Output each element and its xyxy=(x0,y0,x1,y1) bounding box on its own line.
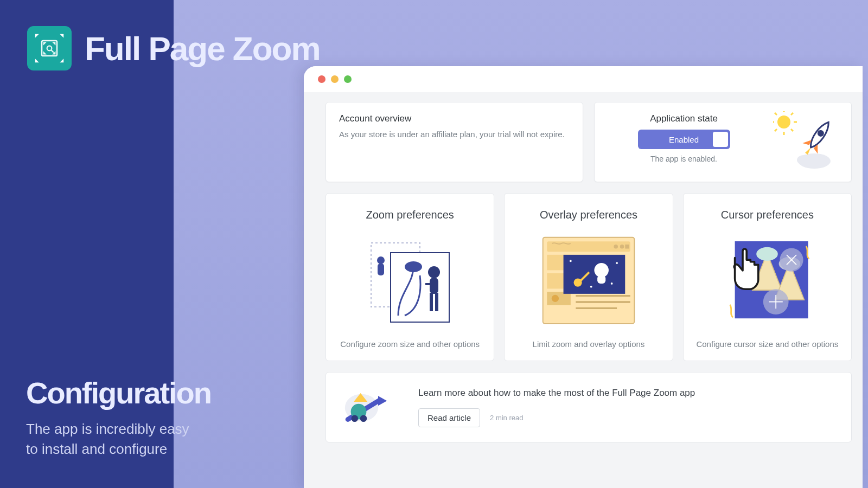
svg-line-20 xyxy=(775,129,777,131)
state-title: Application state xyxy=(650,113,718,124)
account-overview-card: Account overview As your store is under … xyxy=(326,102,583,182)
cursor-pref-subtitle: Configure cursor size and other options xyxy=(696,339,838,349)
svg-point-27 xyxy=(428,266,440,278)
svg-point-37 xyxy=(620,245,624,249)
svg-rect-38 xyxy=(625,245,629,249)
svg-rect-48 xyxy=(597,275,605,284)
state-status: The app is enabled. xyxy=(650,155,717,163)
application-state-card: Application state Enabled The app is ena… xyxy=(594,102,852,182)
minimize-icon[interactable] xyxy=(331,75,339,83)
account-subtitle: As your store is under an affiliate plan… xyxy=(339,130,570,139)
zoom-expand-icon xyxy=(30,29,68,67)
svg-point-68 xyxy=(352,415,359,422)
svg-line-19 xyxy=(791,113,793,115)
zoom-preferences-card[interactable]: Zoom preferences xyxy=(326,193,494,361)
cursor-pref-illustration xyxy=(718,234,816,326)
rocket-launch-icon xyxy=(773,111,838,171)
overlay-pref-subtitle: Limit zoom and overlay options xyxy=(533,339,645,349)
svg-point-22 xyxy=(797,155,810,165)
maximize-icon[interactable] xyxy=(344,75,352,83)
svg-point-12 xyxy=(777,115,790,129)
svg-rect-31 xyxy=(425,283,431,285)
learn-title: Learn more about how to make the most of… xyxy=(418,388,838,399)
svg-marker-66 xyxy=(378,396,387,406)
caption-line2: to install and configure xyxy=(26,441,167,457)
overlay-pref-title: Overlay preferences xyxy=(540,209,637,221)
overlay-preferences-card[interactable]: Overlay preferences xyxy=(504,193,673,361)
learn-more-card: Learn more about how to make the most of… xyxy=(326,372,852,442)
read-time: 2 min read xyxy=(490,414,523,422)
product-header: Full Page Zoom xyxy=(27,26,320,70)
svg-point-53 xyxy=(611,282,613,285)
overlay-pref-illustration xyxy=(540,234,637,326)
toggle-knob xyxy=(713,132,728,147)
app-window: Account overview As your store is under … xyxy=(304,66,863,488)
cursor-preferences-card[interactable]: Cursor preferences xyxy=(683,193,852,361)
svg-point-42 xyxy=(552,295,559,302)
product-name: Full Page Zoom xyxy=(85,29,320,68)
svg-point-56 xyxy=(757,247,778,261)
caption-heading: Configuration xyxy=(26,375,211,410)
enabled-toggle[interactable]: Enabled xyxy=(638,130,730,149)
svg-rect-28 xyxy=(430,278,438,294)
svg-point-26 xyxy=(405,261,422,272)
cursor-pref-title: Cursor preferences xyxy=(721,209,814,221)
read-article-button[interactable]: Read article xyxy=(418,408,480,427)
window-titlebar xyxy=(304,66,863,92)
svg-rect-30 xyxy=(435,293,438,311)
close-icon[interactable] xyxy=(318,75,326,83)
svg-point-47 xyxy=(594,263,609,278)
zoom-pref-subtitle: Configure zoom size and other options xyxy=(340,339,480,349)
caption-line1: The app is incredibly easy xyxy=(26,421,189,437)
svg-line-18 xyxy=(791,129,793,131)
svg-point-36 xyxy=(614,245,618,249)
svg-rect-33 xyxy=(378,264,384,275)
svg-rect-46 xyxy=(564,255,626,294)
zoom-pref-illustration xyxy=(361,234,459,326)
marketing-caption: Configuration The app is incredibly easy… xyxy=(26,375,211,460)
zoom-pref-title: Zoom preferences xyxy=(366,209,454,221)
svg-rect-0 xyxy=(34,33,65,63)
svg-point-52 xyxy=(590,285,592,287)
svg-line-17 xyxy=(775,113,777,115)
svg-point-50 xyxy=(570,260,572,262)
app-logo xyxy=(27,26,72,70)
svg-point-51 xyxy=(616,262,618,264)
svg-point-32 xyxy=(377,256,385,264)
svg-rect-29 xyxy=(430,293,433,311)
svg-point-69 xyxy=(360,415,367,422)
learn-illustration-icon xyxy=(339,384,388,430)
account-title: Account overview xyxy=(339,113,570,124)
toggle-label: Enabled xyxy=(669,135,699,144)
